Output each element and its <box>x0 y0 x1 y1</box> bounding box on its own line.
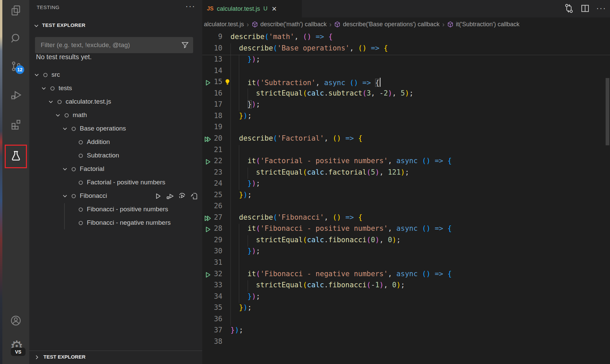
code-line-38[interactable]: 38 <box>202 337 610 348</box>
testing-sidebar: TESTING ··· TEST EXPLORER No test result… <box>29 0 202 364</box>
test-status-circle-icon <box>71 167 76 172</box>
compare-changes-icon[interactable] <box>564 3 574 14</box>
section-header-test-explorer[interactable]: TEST EXPLORER <box>29 20 202 32</box>
chevron-down-icon[interactable] <box>62 126 68 132</box>
tab-calculator-test-js[interactable]: JS calculator.test.js U ✕ <box>202 0 302 17</box>
breadcrumb-separator: › <box>442 21 444 28</box>
tree-item-calculator-test-js[interactable]: calculator.test.js <box>29 95 202 109</box>
code-line-26[interactable]: 26 <box>202 201 610 213</box>
code-line-24[interactable]: 24}); <box>202 179 610 190</box>
lightbulb-icon[interactable] <box>224 78 231 86</box>
breadcrumb-item[interactable]: describe('math') callback <box>252 21 327 28</box>
code-text: }); <box>248 292 260 300</box>
tree-item-label: Fibonacci - negative numbers <box>87 219 171 226</box>
code-line-14[interactable]: 14 <box>202 66 610 77</box>
code-line-22[interactable]: 22it('Factorial - positive numbers', asy… <box>202 156 610 168</box>
line-number: 21 <box>206 146 222 154</box>
bottom-section-test-explorer[interactable]: TEST EXPLORER <box>29 351 202 364</box>
tab-close-icon[interactable]: ✕ <box>272 5 277 13</box>
code-line-29[interactable]: 29strictEqual(calc.fibonacci(0), 0); <box>202 235 610 247</box>
line-number: 34 <box>206 292 222 300</box>
code-line-25[interactable]: 25}); <box>202 190 610 202</box>
tree-item-label: Factorial <box>80 165 104 173</box>
code-line-34[interactable]: 34}); <box>202 292 610 303</box>
search-icon[interactable] <box>10 32 22 44</box>
breadcrumb-item[interactable]: alculator.test.js <box>204 21 244 28</box>
js-file-icon: JS <box>207 6 214 12</box>
tree-item-subtraction[interactable]: Subtraction <box>29 149 202 162</box>
code-text: it('Fibonacci - positive numbers', async… <box>248 224 452 232</box>
explorer-icon[interactable] <box>10 5 22 16</box>
test-status-circle-icon <box>71 126 76 132</box>
tree-item-addition[interactable]: Addition <box>29 136 202 149</box>
vscode-window: 12 ⚙ VS TESTING ··· TEST EXPLORER <box>0 0 610 364</box>
code-line-20[interactable]: 20describe('Factorial', () => { <box>202 134 610 145</box>
testing-icon[interactable] <box>10 150 22 161</box>
code-line-35[interactable]: 35}); <box>202 303 610 314</box>
code-line-27[interactable]: 27describe('Fibonacci', () => { <box>202 213 610 224</box>
sidebar-more-actions[interactable]: ··· <box>185 1 195 11</box>
run-test-icon[interactable] <box>154 192 162 200</box>
code-line-21[interactable]: 21 <box>202 145 610 156</box>
code-line-18[interactable]: 18}); <box>202 111 610 122</box>
breadcrumb-item[interactable]: describe('Base operations') callback <box>334 21 439 28</box>
code-line-28[interactable]: 28it('Fibonacci - positive numbers', asy… <box>202 224 610 235</box>
code-line-16[interactable]: 16strictEqual(calc.subtract(3, -2), 5); <box>202 88 610 100</box>
tree-item-factorial-positive-numbers[interactable]: Factorial - positive numbers <box>29 176 202 189</box>
code-line-30[interactable]: 30}); <box>202 246 610 258</box>
code-line-15[interactable]: 15it('Subtraction', async () => { <box>202 77 610 88</box>
chevron-down-icon[interactable] <box>55 112 61 118</box>
run-with-coverage-icon[interactable] <box>178 192 186 200</box>
code-text: }); <box>248 179 260 187</box>
tree-item-math[interactable]: math <box>29 109 202 122</box>
debug-test-icon[interactable] <box>166 192 174 200</box>
tree-item-src[interactable]: src <box>29 68 202 82</box>
code-line-31[interactable]: 31 <box>202 258 610 269</box>
chevron-down-icon[interactable] <box>34 72 40 78</box>
settings-gear-icon[interactable]: ⚙ VS <box>10 342 22 353</box>
test-status-circle-icon <box>50 86 55 91</box>
tree-item-tests[interactable]: tests <box>29 82 202 95</box>
code-line-32[interactable]: 32it('Fibonacci - negative numbers', asy… <box>202 269 610 281</box>
code-editor[interactable]: 9describe('math', () => {10describe('Bas… <box>202 31 610 364</box>
filter-funnel-icon[interactable] <box>181 41 189 49</box>
account-icon[interactable] <box>10 315 22 326</box>
split-editor-icon[interactable] <box>580 3 590 14</box>
tree-item-fibonacci-negative-numbers[interactable]: Fibonacci - negative numbers <box>29 216 202 230</box>
code-line-37[interactable]: 37}); <box>202 325 610 337</box>
tree-item-factorial[interactable]: Factorial <box>29 162 202 176</box>
run-and-debug-icon[interactable] <box>10 89 22 101</box>
code-line-23[interactable]: 23strictEqual(calc.factorial(5), 121); <box>202 168 610 179</box>
line-number: 15 <box>206 78 222 86</box>
test-filter-input[interactable] <box>40 37 176 53</box>
code-line-36[interactable]: 36 <box>202 314 610 326</box>
line-number: 31 <box>206 258 222 266</box>
line-number: 30 <box>206 247 222 255</box>
code-line-33[interactable]: 33strictEqual(calc.fibonacci(-1), 0); <box>202 280 610 292</box>
tree-item-fibonacci-positive-numbers[interactable]: Fibonacci - positive numbers <box>29 203 202 216</box>
code-line-17[interactable]: 17}); <box>202 100 610 111</box>
go-to-test-icon[interactable] <box>190 192 198 200</box>
status-text: No test results yet. <box>36 53 92 61</box>
code-text: }); <box>239 191 252 199</box>
test-status-circle-icon <box>78 207 83 212</box>
code-line-10[interactable]: 10describe('Base operations', () => { <box>202 43 610 55</box>
line-number: 9 <box>206 33 222 41</box>
code-text: }); <box>239 303 252 312</box>
source-control-icon[interactable]: 12 <box>10 61 22 72</box>
chevron-down-icon[interactable] <box>41 85 47 92</box>
editor-more-actions[interactable]: ··· <box>596 3 607 14</box>
chevron-down-icon[interactable] <box>62 193 68 199</box>
chevron-down-icon[interactable] <box>62 166 68 172</box>
code-line-9[interactable]: 9describe('math', () => { <box>202 32 610 43</box>
code-text: describe('Factorial', () => { <box>239 134 362 142</box>
tree-item-base-operations[interactable]: Base operations <box>29 122 202 136</box>
chevron-down-icon[interactable] <box>48 99 54 105</box>
extensions-icon[interactable] <box>10 118 22 130</box>
section-header-label: TEST EXPLORER <box>42 22 85 28</box>
breadcrumb-item[interactable]: it('Subtraction') callback <box>447 21 519 28</box>
code-line-13[interactable]: 13}); <box>202 54 610 66</box>
test-status-circle-icon <box>78 140 83 145</box>
tree-item-fibonacci[interactable]: Fibonacci <box>29 189 202 203</box>
code-line-19[interactable]: 19 <box>202 122 610 134</box>
